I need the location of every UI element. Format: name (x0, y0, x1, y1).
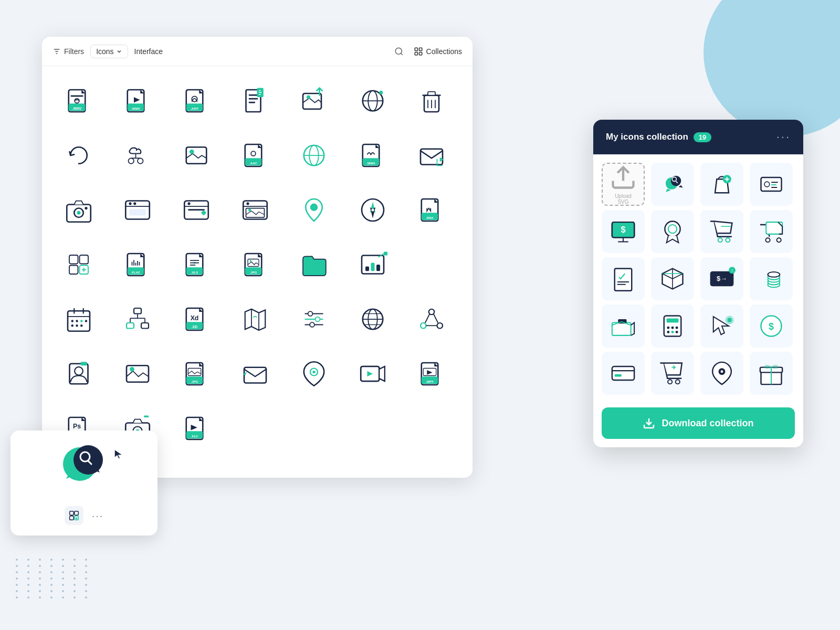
icon-camera[interactable] (52, 184, 105, 236)
icon-video[interactable] (346, 348, 399, 400)
icon-location-pin[interactable] (288, 184, 340, 236)
search-button[interactable] (391, 43, 407, 60)
icon-compass[interactable] (346, 184, 399, 236)
coll-icon-cart-arrow[interactable] (651, 352, 694, 395)
icon-trash[interactable] (405, 75, 458, 127)
icon-folder-teal[interactable] (288, 238, 340, 291)
icon-sliders[interactable] (288, 293, 340, 345)
icon-jpg-monitor[interactable]: .JPG (170, 348, 223, 400)
coll-icon-award[interactable] (651, 210, 694, 253)
icon-mp4[interactable]: .MP4 (405, 348, 458, 400)
icon-aiff[interactable]: .AIFF (170, 75, 223, 127)
svg-point-32 (379, 91, 383, 94)
icon-person[interactable] (52, 348, 105, 400)
upload-svg-button[interactable]: UploadSVG (602, 163, 645, 206)
filters-button[interactable]: Filters (52, 47, 84, 56)
coll-icon-package[interactable] (651, 257, 694, 300)
coll-icon-credit-card[interactable] (602, 352, 645, 395)
icon-xd[interactable]: .XD Xd (170, 293, 223, 345)
icon-hierarchy[interactable] (111, 293, 164, 345)
svg-rect-119 (134, 308, 141, 314)
svg-point-145 (437, 323, 443, 329)
svg-text:.M4A: .M4A (426, 216, 434, 219)
coll-icon-calculator[interactable] (651, 304, 694, 348)
coll-icon-shopping-add[interactable] (700, 163, 743, 206)
icon-cloud-hierarchy[interactable] (111, 129, 164, 182)
coll-icon-money-exchange[interactable]: $→ ! (700, 257, 743, 300)
collections-button[interactable]: Collections (414, 47, 462, 56)
svg-point-68 (187, 202, 190, 205)
svg-point-72 (246, 202, 249, 205)
icon-globe-teal[interactable] (288, 129, 340, 182)
coll-icon-cursor-click[interactable] (700, 304, 743, 348)
icon-network[interactable] (405, 293, 458, 345)
icon-image[interactable] (170, 129, 223, 182)
svg-point-3 (395, 48, 402, 54)
icon-wmv[interactable]: .WMV (111, 75, 164, 127)
svg-point-137 (310, 322, 314, 327)
coll-icon-shipping[interactable] (602, 304, 645, 348)
icon-wav[interactable]: .WAV (52, 75, 105, 127)
icon-globe2[interactable] (346, 293, 399, 345)
icon-aac[interactable]: .AAC (229, 129, 281, 182)
icon-refresh[interactable] (52, 129, 105, 182)
svg-rect-221 (617, 281, 629, 282)
svg-text:$: $ (621, 225, 625, 234)
svg-rect-23 (249, 94, 258, 96)
svg-rect-94 (190, 260, 200, 261)
floating-more-button[interactable]: ··· (92, 510, 104, 522)
svg-rect-151 (81, 362, 87, 365)
coll-icon-coins[interactable] (750, 257, 793, 300)
svg-rect-206 (771, 187, 777, 188)
icon-map[interactable] (229, 293, 281, 345)
icon-envelope[interactable] (405, 129, 458, 182)
svg-rect-124 (127, 323, 134, 329)
icon-flv[interactable]: .FLV (170, 402, 223, 455)
add-to-collection-btn[interactable] (65, 506, 83, 525)
icon-browser[interactable] (111, 184, 164, 236)
svg-point-243 (671, 331, 674, 333)
svg-rect-43 (186, 147, 207, 164)
icon-image-upload[interactable] (288, 75, 340, 127)
icon-jpg[interactable]: .JPG (229, 238, 281, 291)
icon-document[interactable] (229, 75, 281, 127)
coll-icon-dollar-monitor[interactable]: $ (602, 210, 645, 253)
icon-landscape[interactable] (111, 348, 164, 400)
svg-text:$→: $→ (717, 275, 727, 282)
icon-location2[interactable] (288, 348, 340, 400)
icon-xls[interactable]: .XLS (170, 238, 223, 291)
svg-rect-10 (70, 96, 83, 97)
coll-icon-gift[interactable] (750, 352, 793, 395)
svg-rect-96 (190, 265, 196, 266)
svg-point-242 (667, 331, 669, 333)
icon-browser-image[interactable] (229, 184, 281, 236)
icon-chart-image[interactable] (346, 238, 399, 291)
coll-icon-location-pin[interactable] (700, 352, 743, 395)
svg-rect-249 (612, 366, 634, 380)
icons-dropdown[interactable]: Icons (90, 45, 128, 58)
coll-icon-receipt[interactable] (602, 257, 645, 300)
download-collection-button[interactable]: Download collection (602, 407, 795, 439)
icon-add-collection[interactable] (52, 238, 105, 291)
svg-rect-8 (419, 52, 422, 55)
svg-text:.XD: .XD (192, 325, 198, 329)
icon-email-send[interactable] (229, 348, 281, 400)
coll-icon-id-card[interactable] (750, 163, 793, 206)
svg-text:.XLS: .XLS (191, 270, 198, 274)
icon-flac[interactable]: .FLAC (111, 238, 164, 291)
icon-m4a[interactable]: .M4A (405, 184, 458, 236)
icon-globe[interactable] (346, 75, 399, 127)
icon-calendar[interactable] (52, 293, 105, 345)
collections-more-button[interactable]: ··· (776, 130, 791, 144)
icon-wma[interactable]: .WMA (346, 129, 399, 182)
coll-icon-dollar-circle[interactable]: $ (750, 304, 793, 348)
svg-point-244 (676, 331, 678, 333)
coll-icon-chat-search[interactable] (651, 163, 694, 206)
coll-icon-delivery-cart[interactable] (750, 210, 793, 253)
svg-point-136 (316, 317, 320, 322)
svg-point-219 (777, 238, 781, 242)
cursor-icon (113, 448, 124, 463)
svg-text:Xd: Xd (191, 314, 199, 322)
coll-icon-cart[interactable] (700, 210, 743, 253)
icon-browser-edit[interactable] (170, 184, 223, 236)
